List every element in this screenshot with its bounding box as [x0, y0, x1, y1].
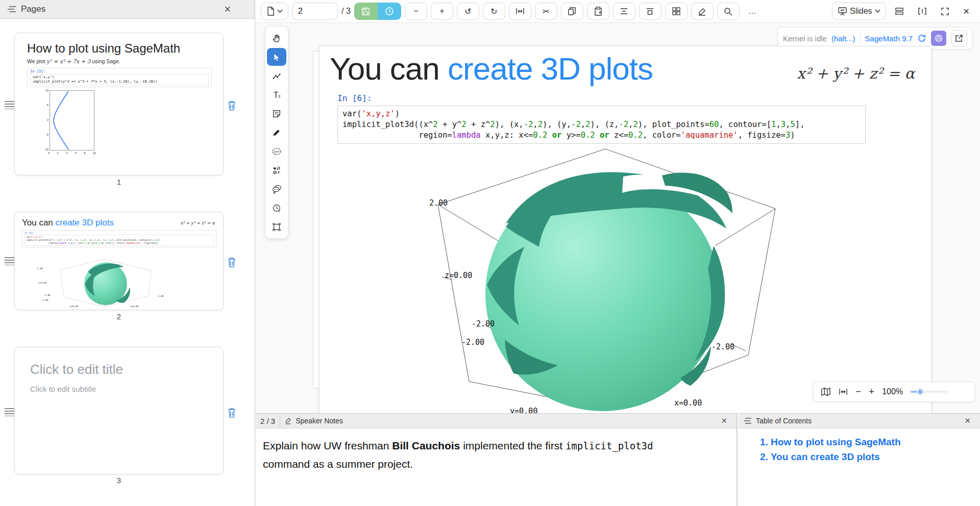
chat-icon: [272, 185, 282, 194]
jupyter-cell[interactable]: In [6]: var('x,y,z')implicit_plot3d((x^2…: [337, 93, 866, 144]
edit-pencil-icon: [285, 417, 291, 424]
toolbar: / 3 − + ↺ ↻ ✂: [256, 0, 980, 23]
slide3-placeholder-subtitle: Click to edit subtitle: [30, 385, 223, 393]
open-external-button[interactable]: [951, 30, 967, 46]
slide-canvas[interactable]: You can create 3D plots x² + y² + z² = α…: [319, 46, 932, 413]
toc-item-2[interactable]: 2. You can create 3D plots: [760, 451, 980, 463]
more-button[interactable]: …: [743, 3, 762, 20]
zoom-out-button[interactable]: −: [405, 3, 427, 20]
pencil-tool[interactable]: [267, 123, 286, 141]
slide2-delete-button[interactable]: [227, 257, 239, 268]
save-button[interactable]: [354, 3, 378, 20]
fullscreen-icon: [941, 7, 949, 16]
split-vertical-button[interactable]: [913, 3, 932, 20]
trash-icon: [227, 100, 237, 111]
kernel-name-link[interactable]: SageMath 9.7: [865, 34, 913, 43]
clock-history-icon: [385, 7, 394, 16]
toc-item-1[interactable]: 1. How to plot using SageMath: [760, 437, 980, 448]
canvas[interactable]: ipynb Kernel is idle (halt...): [256, 23, 980, 413]
text-tool[interactable]: [267, 86, 286, 104]
slide3-number: 3: [14, 476, 224, 485]
zoom-out-button[interactable]: −: [855, 386, 861, 397]
hand-tool[interactable]: [267, 29, 286, 47]
slide1-curve: [50, 90, 94, 150]
speaker-notes-header: 2 / 3 Speaker Notes ✕: [256, 414, 737, 428]
copy-button[interactable]: [561, 3, 583, 20]
slide1-thumbnail[interactable]: How to plot using SageMath We plot y² = …: [14, 33, 224, 175]
paste-icon: [594, 7, 602, 16]
page-number-input[interactable]: [292, 3, 338, 20]
page-total-label: / 3: [341, 7, 351, 16]
frame-tool[interactable]: [267, 218, 286, 236]
search-icon: [724, 7, 732, 16]
zoom-slider[interactable]: [911, 388, 947, 395]
slide3-thumbnail[interactable]: Click to edit title Click to edit subtit…: [14, 347, 224, 474]
time-travel-button[interactable]: [378, 3, 401, 20]
slide3-delete-button[interactable]: [227, 407, 239, 418]
fit-width-button[interactable]: [509, 3, 531, 20]
split-horizontal-button[interactable]: [890, 3, 909, 20]
cell-code[interactable]: var('x,y,z')implicit_plot3d((x^2 + y^2 +…: [337, 106, 866, 144]
split-vertical-icon: [918, 7, 927, 15]
chat-tool[interactable]: [267, 180, 286, 198]
plot-tick-m2: -2.00: [461, 338, 484, 347]
pages-close-button[interactable]: ✕: [217, 3, 238, 16]
zoom-slider-handle[interactable]: [917, 388, 924, 395]
slide1-delete-button[interactable]: [227, 100, 239, 111]
media-icons-icon: [272, 166, 281, 175]
pencil-filled-icon: [272, 128, 281, 137]
zoom-in-button[interactable]: +: [431, 3, 453, 20]
plot-tick-z: z=0.00: [445, 271, 472, 280]
notes-close-button[interactable]: ✕: [721, 416, 727, 425]
undo-button[interactable]: ↺: [457, 3, 479, 20]
editor-close-button[interactable]: ✕: [958, 3, 975, 20]
kernel-halt-link[interactable]: (halt...): [831, 34, 855, 43]
pencil-icon: [698, 7, 706, 16]
note-tool[interactable]: [267, 105, 286, 122]
pages-panel-header: Pages ✕: [0, 0, 255, 19]
pages-panel: Pages ✕ How to plot using SageMath We pl…: [0, 0, 255, 506]
grid-button[interactable]: [665, 3, 688, 20]
zoom-bar: − + 100%: [813, 382, 975, 402]
slide2-thumbnail[interactable]: You can create 3D plots x² + y² + z² = α…: [14, 212, 224, 310]
slide-formula[interactable]: x² + y² + z² = α: [797, 65, 915, 82]
distribute-button[interactable]: [639, 3, 662, 20]
minimap-button[interactable]: [821, 387, 831, 396]
slide1-title: How to plot using SageMath: [27, 41, 223, 56]
edit-button[interactable]: [691, 3, 714, 20]
slide-title[interactable]: You can create 3D plots: [330, 50, 653, 87]
new-page-button[interactable]: [261, 3, 288, 20]
divider: [860, 33, 861, 44]
toc-items: 1. How to plot using SageMath 2. You can…: [739, 428, 980, 463]
kernel-refresh-icon[interactable]: [917, 34, 926, 43]
plot-tick-top: 2.00: [429, 198, 448, 208]
text-icon: [272, 90, 281, 99]
timer-icon: [272, 204, 281, 213]
copy-icon: [568, 7, 576, 16]
speaker-notes-text[interactable]: Explain how UW freshman Bill Cauchois im…: [256, 428, 737, 473]
redo-button[interactable]: ↻: [483, 3, 505, 20]
timer-tool[interactable]: [267, 199, 286, 217]
fullscreen-button[interactable]: [936, 3, 954, 20]
slide2-cell-code: var('x,y,z')implicit_plot3d((x^2 + y^2 +…: [24, 235, 214, 246]
fit-width-icon: [839, 388, 848, 396]
icons-tool[interactable]: [267, 161, 286, 179]
select-tool[interactable]: [267, 48, 286, 66]
align-button[interactable]: [613, 3, 635, 20]
slide1-plot-yticks: 1050-5-10: [41, 89, 48, 151]
jupyter-cell-tool[interactable]: ipynb: [267, 142, 286, 160]
plot-tick-m1: -2.00: [472, 319, 495, 328]
slides-menu-button[interactable]: Slides: [832, 3, 886, 20]
curve-tool[interactable]: [267, 67, 286, 85]
toc-list-icon: [744, 418, 752, 424]
cursor-icon: [272, 53, 281, 62]
search-button[interactable]: [717, 3, 740, 20]
kernel-logo-button[interactable]: [931, 31, 946, 46]
tool-palette: ipynb: [265, 26, 288, 239]
slide1-cell-code: var('x,y')implicit_plot(y^2 == x^3 + 7*x…: [30, 74, 209, 85]
zoom-in-button[interactable]: +: [869, 386, 874, 397]
toc-close-button[interactable]: ✕: [964, 416, 971, 425]
zoom-fit-button[interactable]: [839, 388, 848, 396]
cut-button[interactable]: ✂: [535, 3, 557, 20]
paste-button[interactable]: [587, 3, 609, 20]
